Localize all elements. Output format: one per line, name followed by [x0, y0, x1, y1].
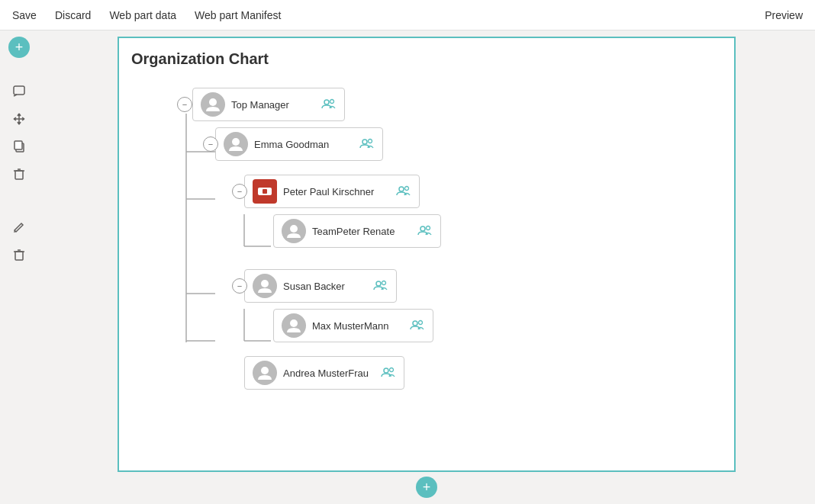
avatar-andrea — [253, 361, 277, 385]
toggle-emma[interactable]: − — [203, 136, 218, 152]
web-part-manifest-button[interactable]: Web part Manifest — [195, 6, 281, 24]
avatar-top-manager — [201, 92, 225, 117]
node-teampeter[interactable]: TeamPeter Renate — [273, 214, 441, 248]
canvas-container: Organization Chart — [118, 37, 736, 472]
avatar-emma — [224, 132, 248, 156]
name-teampeter: TeamPeter Renate — [312, 226, 411, 237]
svg-rect-27 — [263, 189, 267, 194]
svg-point-31 — [420, 226, 425, 231]
emma-row: − Emma Goodman — [215, 136, 230, 152]
svg-point-24 — [362, 140, 367, 144]
trash2-icon — [12, 248, 26, 262]
svg-point-30 — [290, 225, 298, 233]
web-part-data-button[interactable]: Web part data — [109, 6, 176, 24]
name-emma: Emma Goodman — [254, 139, 353, 150]
delete-icon-button[interactable] — [7, 162, 31, 186]
persons-icon-2[interactable] — [396, 185, 411, 198]
svg-point-32 — [427, 226, 430, 230]
move-icon-button[interactable] — [7, 107, 31, 131]
svg-point-41 — [390, 368, 394, 371]
avatar-susan — [253, 274, 277, 298]
susan-row: − Susan Backer — [244, 278, 259, 294]
avatar-teampeter — [282, 219, 306, 243]
name-peter: Peter Paul Kirschner — [283, 186, 390, 197]
toolbar: Save Discard Web part data Web part Mani… — [0, 0, 815, 30]
copy-icon — [12, 140, 26, 153]
trash-icon — [12, 167, 26, 181]
svg-rect-7 — [15, 252, 23, 260]
chart-title: Organization Chart — [131, 50, 722, 68]
svg-point-20 — [209, 98, 217, 106]
left-sidebar: + — [0, 30, 38, 504]
svg-point-28 — [399, 187, 404, 191]
svg-point-22 — [330, 99, 334, 103]
svg-point-29 — [405, 186, 409, 190]
persons-icon-6[interactable] — [381, 367, 396, 380]
svg-point-23 — [232, 138, 240, 146]
node-peter[interactable]: Peter Paul Kirschner — [244, 175, 420, 208]
svg-point-35 — [382, 281, 386, 284]
node-emma[interactable]: Emma Goodman — [215, 127, 383, 161]
name-andrea: Andrea MusterFrau — [283, 368, 375, 379]
svg-point-39 — [261, 367, 269, 374]
toggle-top-manager[interactable]: − — [177, 97, 192, 112]
node-max[interactable]: Max MusterMann — [273, 309, 433, 342]
org-chart: − Top Manager − — [131, 83, 704, 464]
avatar-max — [282, 313, 306, 338]
comment-icon — [12, 85, 26, 98]
edit-pencil-button[interactable] — [7, 215, 31, 239]
peter-row: − Peter Paul Kirschner — [244, 184, 259, 199]
discard-button[interactable]: Discard — [55, 6, 91, 24]
add-section-bottom-button[interactable]: + — [416, 477, 437, 498]
persons-icon-0[interactable] — [321, 98, 337, 111]
save-button[interactable]: Save — [12, 6, 37, 24]
name-top-manager: Top Manager — [231, 99, 315, 111]
persons-icon-5[interactable] — [410, 319, 425, 332]
add-section-top-button[interactable]: + — [8, 37, 30, 58]
svg-point-21 — [324, 100, 329, 104]
svg-point-37 — [413, 321, 417, 326]
name-susan: Susan Backer — [283, 281, 367, 292]
trash2-icon-button[interactable] — [7, 242, 31, 267]
persons-icon-1[interactable] — [359, 138, 375, 151]
toggle-peter[interactable]: − — [232, 184, 247, 199]
node-susan[interactable]: Susan Backer — [244, 269, 397, 303]
copy-icon-button[interactable] — [7, 134, 31, 159]
node-top-manager[interactable]: Top Manager — [192, 88, 345, 121]
svg-rect-0 — [14, 86, 24, 95]
svg-point-33 — [261, 280, 269, 287]
node-andrea[interactable]: Andrea MusterFrau — [244, 356, 404, 390]
move-icon — [12, 112, 26, 126]
bottom-add-row: + — [118, 477, 736, 498]
name-max: Max MusterMann — [312, 320, 404, 332]
avatar-peter — [253, 179, 277, 204]
svg-point-40 — [384, 368, 388, 373]
svg-rect-4 — [15, 171, 23, 179]
svg-point-34 — [376, 281, 381, 286]
svg-point-38 — [419, 320, 423, 324]
preview-button[interactable]: Preview — [765, 9, 803, 21]
svg-rect-3 — [14, 141, 22, 149]
top-manager-row: − Top Manager — [192, 97, 208, 112]
pencil-icon — [12, 220, 26, 234]
canvas-wrapper: Organization Chart — [38, 30, 815, 504]
persons-icon-4[interactable] — [373, 280, 388, 293]
toggle-susan[interactable]: − — [232, 278, 247, 294]
edit-icon-button[interactable] — [7, 79, 31, 104]
persons-icon-3[interactable] — [417, 225, 433, 238]
svg-point-36 — [290, 319, 298, 327]
svg-point-25 — [369, 139, 372, 143]
main-layout: + — [0, 30, 815, 504]
